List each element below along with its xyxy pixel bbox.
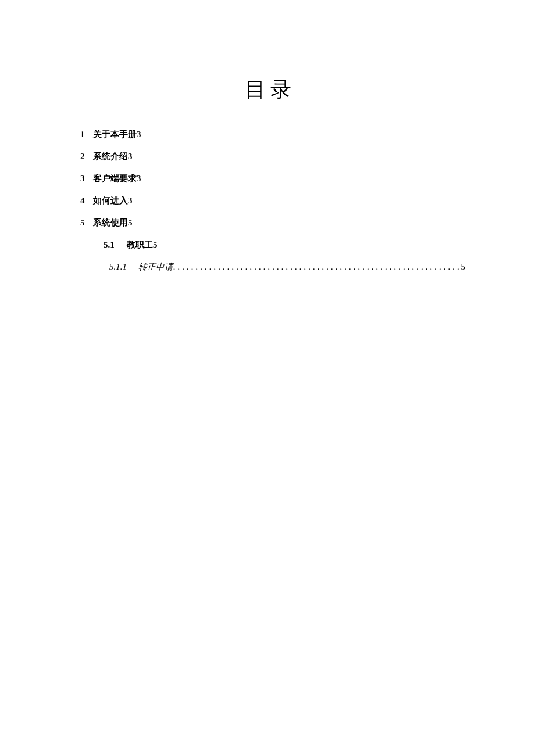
toc-number: 4 [80,194,93,207]
toc-number: 5.1.1 [109,260,138,274]
toc-text-group: 系统使用5 [93,216,133,230]
toc-label: 如何进入 [93,196,128,205]
toc-page: 5 [459,260,466,274]
toc-label: 转正申请. [138,260,176,274]
toc-label: 系统使用 [93,218,128,227]
toc-number: 5 [80,216,93,230]
toc-text-group: 关于本手册3 [93,127,141,141]
toc-entry-5-1: 5.1 教职工5 [76,238,465,252]
toc-page: 3 [137,174,141,183]
toc-page: 3 [128,152,133,161]
toc-page: 5 [153,240,158,249]
toc-leader-dots [176,260,459,274]
toc-page: 3 [137,130,141,139]
toc-entry-5-1-1: 5.1.1 转正申请. 5 [76,260,465,274]
toc-entry-4: 4 如何进入3 [76,194,465,207]
toc-number: 5.1 [104,238,127,252]
document-page: 目录 1 关于本手册3 2 系统介绍3 3 客户端要求3 4 如何进入3 5 系… [0,0,535,274]
toc-number: 3 [80,171,93,185]
toc-label: 教职工 [127,240,153,249]
toc-number: 2 [80,149,93,163]
toc-text-group: 如何进入3 [93,194,133,207]
toc-title: 目录 [76,76,465,104]
toc-label: 关于本手册 [93,130,137,139]
toc-text-group: 教职工5 [127,238,158,252]
toc-label: 客户端要求 [93,174,137,183]
toc-entry-5: 5 系统使用5 [76,216,465,230]
toc-text-group: 客户端要求3 [93,171,141,185]
toc-number: 1 [80,127,93,141]
toc-text-group: 系统介绍3 [93,149,133,163]
toc-entry-2: 2 系统介绍3 [76,149,465,163]
toc-entry-3: 3 客户端要求3 [76,171,465,185]
toc-page: 3 [128,196,133,205]
toc-label: 系统介绍 [93,152,128,161]
toc-entry-1: 1 关于本手册3 [76,127,465,141]
toc-page: 5 [128,218,133,227]
